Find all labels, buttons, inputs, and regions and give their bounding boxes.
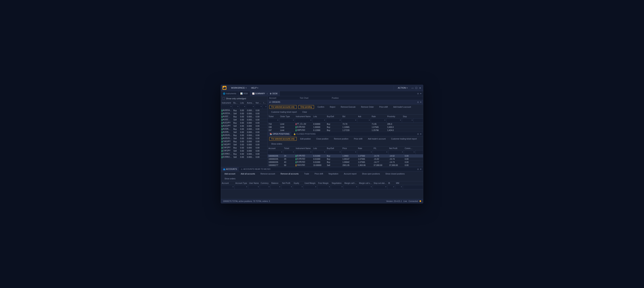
filter-cell[interactable]: ▼ [342,150,357,154]
price-shift-button[interactable]: Price shift [377,105,390,109]
workspace-menu[interactable]: WORKSPACE▾ [229,85,249,91]
tab-open-positions[interactable]: 📚OPEN POSITIONS [268,132,292,136]
add-trader-button[interactable]: Add trader's account [366,137,388,141]
filter-cell[interactable]: ▼ [388,150,404,154]
ticket-report-button[interactable]: Customer trading ticket report [269,110,299,114]
add-all-accounts-button[interactable]: Add all accounts [239,172,257,175]
filter-cell[interactable]: ▼ [268,119,279,123]
close-icon[interactable]: ✕ [420,168,422,170]
filter-cell[interactable]: ▼ [270,185,281,189]
filter-cell[interactable]: ▼ [260,185,270,189]
filter-cell[interactable]: ▼ [233,105,240,109]
pin-icon[interactable]: ⊙ [417,101,419,103]
summary-row[interactable]: AUDN…Buy0.000.0000C0.00 [221,128,268,131]
filter-cell[interactable]: ▼ [402,119,414,123]
filter-cell[interactable]: ▼ [342,119,357,123]
clear-button[interactable]: Clear [300,110,309,114]
remove-order-button[interactable]: Remove Order [359,105,376,109]
summary-row[interactable]: CHFJPYSell0.000.0000.00 [221,149,268,152]
close-icon[interactable]: ✕ [420,93,422,95]
trade-button[interactable]: Trade [302,172,311,175]
add-account-button[interactable]: Add account [222,172,237,175]
unhedged-checkbox[interactable] [222,97,225,100]
for-selected-only-button[interactable]: For selected accounts only [269,137,297,141]
filter-cell[interactable]: ▼ [358,185,373,189]
position-row[interactable]: 10000027750XAUUSD10.00000Sell2001.051,96… [268,164,423,167]
filter-cell[interactable]: ▼ [304,185,317,189]
filter-cell[interactable]: ▼ [373,185,388,189]
order-row[interactable]: 198LimitEURUSD1.00000Buy1.109651.075653,… [268,126,423,129]
summary-row[interactable]: CADJPYSell0.000.0000.00 [221,143,268,146]
help-menu[interactable]: HELP▾ [249,85,261,91]
order-row[interactable]: 710LimitFT_CL-Jul0.50000Buy73.7071.65205… [268,123,423,126]
close-icon[interactable]: ✕ [420,101,422,103]
filter-cell[interactable]: ▼ [268,150,283,154]
filter-cell[interactable]: ▼ [326,119,342,123]
summary-row[interactable]: AUDC…Sell0.000.0000C0.00 [221,118,268,122]
for-selected-only-button[interactable]: For selected accounts only [269,105,297,109]
filter-cell[interactable]: ▼ [293,185,304,189]
filter-cell[interactable]: ▼ [373,150,388,154]
remove-all-accounts-button[interactable]: Remove all accounts [278,172,300,175]
position-row[interactable]: 10000020543EURUSD0.01000Buy1.090421.0756… [268,161,423,164]
summary-row[interactable]: AUDC…Buy0.000.0000C0.00 [221,115,268,118]
filter-cell[interactable]: ▼ [312,119,326,123]
negotiation-button[interactable]: Negotiation [327,172,340,175]
filter-cell[interactable]: ▼ [234,185,248,189]
order-row[interactable]: 197LimitGBPUSD0.12000Buy1.272201.257961,… [268,129,423,132]
summary-row[interactable]: AUDCA…Sell0.000.0000C0.00 [221,112,268,115]
filter-cell[interactable]: ▼ [357,150,373,154]
filter-cell[interactable]: ▼ [248,185,260,189]
price-shift-button[interactable]: Price shift [352,137,364,141]
summary-row[interactable]: AUDJPYBuy0.000.0000.00 [221,122,268,125]
minimize-button[interactable]: — [411,87,414,89]
close-icon[interactable]: ✕ [420,133,422,135]
filter-cell[interactable]: ▼ [371,119,386,123]
tab-closed-positions[interactable]: 🔒CLOSED POSITIONS [292,132,318,136]
reject-button[interactable]: Reject [328,105,337,109]
position-row[interactable]: 10000020529EURUSD0.01000Buy1.091471.0756… [268,158,423,161]
maximize-button[interactable]: ☐ [415,87,418,89]
filter-cell[interactable]: ▼ [344,185,358,189]
tab-instruments[interactable]: 🌐Instruments [221,91,238,96]
remove-execute-button[interactable]: Remove Execute [339,105,358,109]
add-trader-button[interactable]: Add trader's account [391,105,413,109]
show-orders-button[interactable]: Show orders [222,177,237,180]
filter-cell[interactable]: ▼ [404,150,416,154]
tab-desk[interactable]: 🖥DESK [268,91,280,96]
filter-cell[interactable]: ▼ [262,105,268,109]
pin-icon[interactable]: ⊙ [417,93,419,95]
summary-row[interactable]: CADJPYBuy0.000.0000.00 [221,140,268,143]
account-report-button[interactable]: Account report [342,172,358,175]
tab-accounts-near-mc[interactable]: ⚠ACCOUNTS NEAR TO MC/SO [239,167,272,171]
filter-cell[interactable]: ▼ [295,150,312,154]
close-position-button[interactable]: Close position [314,137,330,141]
filter-cell[interactable]: ▼ [240,105,246,109]
filter-cell[interactable]: ▼ [395,185,403,189]
filter-cell[interactable]: ▼ [357,119,371,123]
confirm-button[interactable]: Confirm [316,105,326,109]
filter-cell[interactable]: ▼ [281,185,293,189]
summary-row[interactable]: AUDCA…Buy0.000.0000C0.00 [221,109,268,112]
summary-row[interactable]: CHFJPYBuy0.000.0000.00 [221,146,268,149]
ticket-report-button[interactable]: Customer trading ticket report [389,137,419,141]
show-open-positions-button[interactable]: Show open positions [360,172,382,175]
position-row[interactable]: 10000020524EURUSD0.01000Buy1.09031.07560… [268,154,423,158]
filter-cell[interactable]: ▼ [388,185,395,189]
action-menu[interactable]: ACTION▾ [396,85,410,91]
filter-cell[interactable]: ▼ [386,119,402,123]
tab-risk[interactable]: 📊RISK [238,91,250,96]
filter-cell[interactable]: ▼ [295,119,312,123]
summary-row[interactable]: AUDUS…Sell0.000.0000C0.00 [221,137,268,140]
show-closed-positions-button[interactable]: Show closed positions [383,172,406,175]
summary-row[interactable]: EURAU…Buy0.000.0000C0.00 [221,152,268,156]
close-button[interactable]: ✕ [419,87,422,89]
filter-cell[interactable]: ▼ [312,150,326,154]
filter-cell[interactable]: ▼ [255,105,262,109]
price-shift-button[interactable]: Price shift [313,172,325,175]
remove-position-button[interactable]: Remove position [332,137,350,141]
pin-icon[interactable]: ⊙ [417,168,419,170]
summary-row[interactable]: AUDUS…Buy0.000.0000C0.00 [221,134,268,137]
filter-cell[interactable]: ▼ [279,119,295,123]
summary-row[interactable]: EURAU…Sell0.000.0000C0.00 [221,156,268,159]
